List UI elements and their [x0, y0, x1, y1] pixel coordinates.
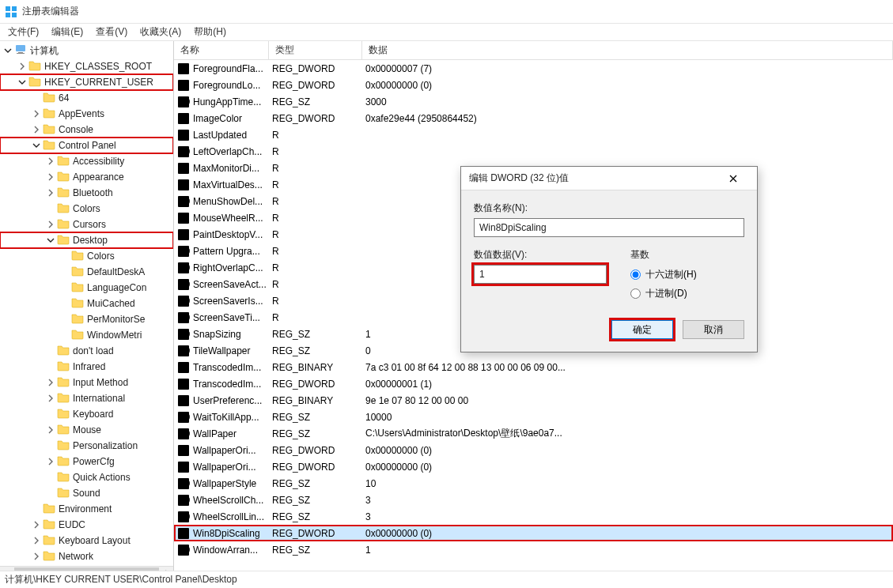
chevron-right-icon[interactable] — [46, 425, 55, 435]
chevron-right-icon[interactable] — [32, 109, 41, 119]
chevron-right-icon[interactable] — [46, 172, 55, 182]
list-row[interactable]: LeftOverlapCh...R — [174, 143, 893, 160]
cancel-button[interactable]: 取消 — [683, 320, 744, 339]
scroll-right-button[interactable] — [160, 567, 173, 571]
col-header-type[interactable]: 类型 — [269, 41, 362, 59]
radio-dec-input[interactable] — [630, 288, 641, 299]
tree-node-network[interactable]: Network — [0, 548, 173, 564]
chevron-right-icon[interactable] — [46, 220, 55, 229]
chevron-right-icon[interactable] — [46, 188, 55, 198]
chevron-right-icon[interactable] — [32, 125, 41, 134]
radio-hex[interactable]: 十六进制(H) — [630, 265, 697, 284]
tree-node-keyboard[interactable]: Keyboard — [0, 406, 173, 422]
value-name-input[interactable] — [474, 218, 744, 237]
list-row[interactable]: WallPaperREG_SZC:\Users\Administrator\De… — [174, 425, 893, 442]
tree-node--[interactable]: 计算机 — [0, 43, 173, 58]
tree-node-hkey_current_user[interactable]: HKEY_CURRENT_USER — [0, 74, 173, 90]
tree-node-cursors[interactable]: Cursors — [0, 217, 173, 232]
tree-node-keyboard-layout[interactable]: Keyboard Layout — [0, 533, 173, 548]
chevron-right-icon[interactable] — [46, 156, 55, 166]
tree-node-muicached[interactable]: MuiCached — [0, 296, 173, 311]
cell-type: R — [269, 262, 362, 273]
list-row[interactable]: UserPreferenc...REG_BINARY9e 1e 07 80 12… — [174, 392, 893, 409]
tree-node-input-method[interactable]: Input Method — [0, 375, 173, 390]
menu-item-4[interactable]: 帮助(H) — [189, 24, 231, 40]
list-row[interactable]: ForegroundFla...REG_DWORD0x00000007 (7) — [174, 60, 893, 77]
menu-item-1[interactable]: 编辑(E) — [47, 24, 88, 40]
tree-node-mouse[interactable]: Mouse — [0, 422, 173, 438]
reg-string-icon — [177, 96, 190, 108]
tree-label: Colors — [73, 203, 100, 214]
chevron-right-icon[interactable] — [46, 394, 55, 403]
tree-pane[interactable]: 计算机HKEY_CLASSES_ROOTHKEY_CURRENT_USER64A… — [0, 41, 174, 571]
tree-node-bluetooth[interactable]: Bluetooth — [0, 185, 173, 201]
tree-node-permonitorse[interactable]: PerMonitorSe — [0, 311, 173, 327]
tree-node-console[interactable]: Console — [0, 122, 173, 138]
chevron-right-icon[interactable] — [32, 520, 41, 530]
scroll-thumb[interactable] — [14, 567, 159, 571]
tree-node-powercfg[interactable]: PowerCfg — [0, 454, 173, 469]
list-row[interactable]: ForegroundLo...REG_DWORD0x00000000 (0) — [174, 77, 893, 93]
chevron-down-icon[interactable] — [3, 46, 13, 55]
chevron-right-icon[interactable] — [32, 552, 41, 561]
tree-node-appevents[interactable]: AppEvents — [0, 106, 173, 122]
tree-node-sound[interactable]: Sound — [0, 485, 173, 501]
list-row[interactable]: WheelScrollCh...REG_SZ3 — [174, 492, 893, 508]
tree-node-control-panel[interactable]: Control Panel — [0, 138, 173, 153]
col-header-data[interactable]: 数据 — [362, 41, 893, 59]
list-row[interactable]: HungAppTime...REG_SZ3000 — [174, 93, 893, 110]
ok-button[interactable]: 确定 — [611, 320, 673, 339]
list-row[interactable]: LastUpdatedR — [174, 126, 893, 143]
dialog-close-button[interactable] — [717, 168, 749, 190]
tree-node-don-t-load[interactable]: don't load — [0, 343, 173, 359]
tree-node-appearance[interactable]: Appearance — [0, 169, 173, 185]
tree-node-defaultdeska[interactable]: DefaultDeskA — [0, 264, 173, 280]
chevron-down-icon[interactable] — [17, 77, 27, 87]
chevron-down-icon[interactable] — [32, 141, 41, 150]
dialog-titlebar[interactable]: 编辑 DWORD (32 位)值 — [461, 167, 757, 190]
list-row[interactable]: ImageColorREG_DWORD0xafe29e44 (295086445… — [174, 110, 893, 126]
reg-binary-icon — [177, 444, 190, 457]
chevron-right-icon[interactable] — [32, 536, 41, 545]
chevron-down-icon[interactable] — [46, 236, 55, 245]
reg-string-icon — [177, 544, 190, 556]
tree-node-international[interactable]: International — [0, 390, 173, 406]
tree-node-environment[interactable]: Environment — [0, 501, 173, 517]
radio-dec[interactable]: 十进制(D) — [630, 284, 697, 303]
titlebar: 注册表编辑器 — [0, 0, 893, 24]
tree-node-languagecon[interactable]: LanguageCon — [0, 280, 173, 296]
tree-node-colors[interactable]: Colors — [0, 201, 173, 217]
list-row[interactable]: WheelScrollLin...REG_SZ3 — [174, 508, 893, 525]
chevron-right-icon[interactable] — [17, 62, 27, 71]
list-row[interactable]: TranscodedIm...REG_DWORD0x00000001 (1) — [174, 375, 893, 392]
list-row[interactable]: WallpaperOri...REG_DWORD0x00000000 (0) — [174, 442, 893, 458]
tree-hscrollbar[interactable] — [0, 566, 173, 571]
cell-name: ScreenSaveAct... — [174, 278, 269, 291]
chevron-right-icon[interactable] — [46, 457, 55, 466]
menu-item-0[interactable]: 文件(F) — [3, 24, 44, 40]
radio-hex-input[interactable] — [630, 270, 641, 280]
menu-item-3[interactable]: 收藏夹(A) — [135, 24, 186, 40]
value-data-input[interactable] — [474, 265, 607, 284]
tree-node-personalization[interactable]: Personalization — [0, 438, 173, 454]
tree-node-windowmetri[interactable]: WindowMetri — [0, 327, 173, 343]
list-row[interactable]: WindowArran...REG_SZ1 — [174, 541, 893, 558]
tree-node-infrared[interactable]: Infrared — [0, 359, 173, 375]
tree-node-64[interactable]: 64 — [0, 90, 173, 106]
tree-node-quick-actions[interactable]: Quick Actions — [0, 469, 173, 485]
menu-item-2[interactable]: 查看(V) — [91, 24, 132, 40]
tree-node-hkey_classes_root[interactable]: HKEY_CLASSES_ROOT — [0, 58, 173, 74]
cell-name: UserPreferenc... — [174, 394, 269, 407]
chevron-right-icon[interactable] — [46, 378, 55, 387]
list-row[interactable]: WaitToKillApp...REG_SZ10000 — [174, 409, 893, 425]
list-row[interactable]: WallpaperStyleREG_SZ10 — [174, 475, 893, 492]
tree-node-eudc[interactable]: EUDC — [0, 517, 173, 533]
list-row[interactable]: WallpaperOri...REG_DWORD0x00000000 (0) — [174, 458, 893, 475]
list-row[interactable]: Win8DpiScalingREG_DWORD0x00000000 (0) — [174, 525, 893, 541]
scroll-left-button[interactable] — [0, 567, 13, 571]
col-header-name[interactable]: 名称 — [174, 41, 269, 59]
tree-node-accessibility[interactable]: Accessibility — [0, 153, 173, 169]
list-row[interactable]: TranscodedIm...REG_BINARY7a c3 01 00 8f … — [174, 359, 893, 375]
tree-node-desktop[interactable]: Desktop — [0, 232, 173, 248]
tree-node-colors[interactable]: Colors — [0, 248, 173, 264]
